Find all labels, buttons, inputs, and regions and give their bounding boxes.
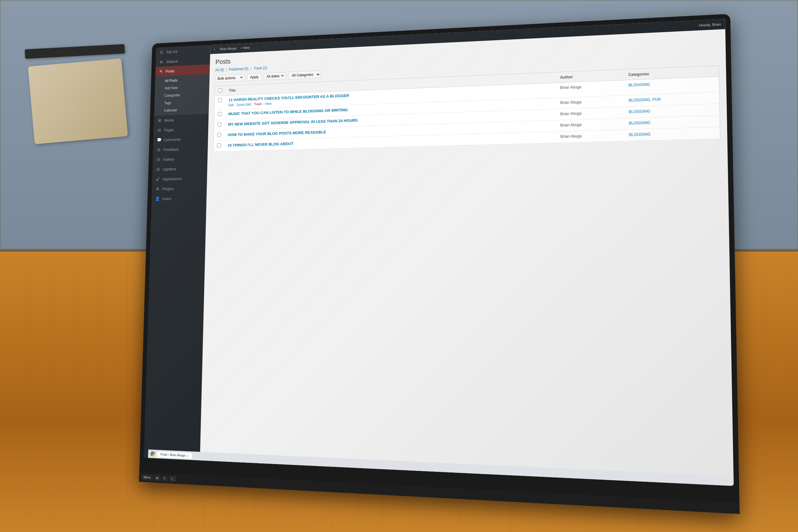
monitor-frame: G Site Kit ⊕ Jetpack ✎ Posts All Posts A…	[139, 14, 740, 514]
comments-icon: 💬	[156, 137, 162, 142]
sidebar-item-comments-label: Comments	[164, 137, 181, 142]
posts-icon: ✎	[159, 69, 164, 74]
sidebar-item-feedback[interactable]: ⊟ Feedback	[153, 144, 208, 155]
filter-all[interactable]: All (9)	[215, 68, 224, 72]
admin-bar-user[interactable]: Howdy, Brian	[699, 22, 721, 27]
row-author-cell: Brian Abuga	[556, 118, 625, 132]
site-kit-icon: G	[159, 50, 164, 55]
row-checkbox-2[interactable]	[217, 112, 222, 116]
users-icon: 👤	[155, 196, 160, 201]
wp-main-content: ⌂ Brian Abuga + New Howdy, Brian Posts A…	[200, 19, 734, 486]
filter-sep-2: |	[251, 66, 252, 71]
row-author-cell: Brian Abuga	[556, 80, 624, 98]
author-name-4: Brian Abuga	[560, 122, 582, 128]
row-author-cell: Brian Abuga	[556, 130, 625, 143]
admin-bar-new[interactable]: + New	[241, 46, 250, 50]
submenu-calendar[interactable]: Calendar	[154, 105, 209, 115]
sidebar-item-site-kit-label: Site Kit	[166, 49, 177, 54]
taskbar-files[interactable]: ≡	[162, 475, 168, 481]
author-name-3: Brian Abuga	[560, 111, 581, 116]
author-name-1: Brian Abuga	[560, 85, 581, 90]
admin-bar-site[interactable]: Brian Abuga	[220, 46, 236, 51]
row-checkbox-cell	[214, 120, 225, 131]
action-separator: |	[235, 103, 236, 107]
sidebar-item-jetpack-label: Jetpack	[166, 59, 178, 63]
sidebar-item-pages[interactable]: ⊟ Pages	[153, 124, 208, 135]
chrome-tab[interactable]: Posts ‹ Brian Abuga —	[157, 451, 192, 459]
author-name-5: Brian Abuga	[560, 134, 582, 139]
page-content: Posts All (9) | Published (9) | Trash (2…	[200, 29, 734, 486]
row-checkbox-1[interactable]	[218, 98, 222, 102]
category-badge-5[interactable]: BLOGGING	[629, 132, 650, 137]
appearance-icon: 🖌	[155, 176, 160, 182]
th-checkbox	[215, 86, 226, 96]
row-checkbox-4[interactable]	[217, 133, 221, 137]
category-badge-2[interactable]: BLOGGING, FUN	[628, 97, 661, 103]
filter-trash[interactable]: Trash (2)	[253, 66, 267, 71]
select-all-checkbox[interactable]	[218, 88, 222, 92]
bulk-actions-select[interactable]: Bulk actions Edit Move to Trash	[215, 74, 245, 82]
sidebar-item-posts-label: Posts	[166, 69, 174, 73]
sidebar-item-gallery-label: Gallery	[163, 157, 174, 162]
taskbar-terminal[interactable]: >_	[169, 476, 177, 482]
taskbar-start[interactable]: ⊞	[154, 475, 160, 481]
apply-button[interactable]: Apply	[247, 73, 262, 81]
filter-published[interactable]: Published (9)	[229, 67, 249, 72]
sidebar-item-appearance-label: Appearance	[163, 176, 182, 181]
screen: G Site Kit ⊕ Jetpack ✎ Posts All Posts A…	[144, 19, 734, 486]
category-badge-1[interactable]: BLOGGING	[628, 82, 650, 88]
bulk-actions-group: Bulk actions Edit Move to Trash	[215, 74, 245, 82]
action-separator: |	[252, 102, 253, 106]
row-checkbox-5[interactable]	[217, 144, 221, 147]
sidebar-item-comments[interactable]: 💬 Comments	[153, 134, 208, 145]
row-checkbox-3[interactable]	[217, 122, 222, 127]
filter-sep-1: |	[226, 68, 228, 72]
sidebar-item-media-label: Media	[164, 118, 174, 122]
sidebar-item-lightbox[interactable]: ⊟ Lightbox	[152, 163, 208, 174]
sidebar-item-plugins-label: Plugins	[162, 186, 174, 191]
row-checkbox-cell	[214, 109, 225, 120]
row-action-edit-1[interactable]: Edit	[228, 103, 234, 107]
desk-box	[28, 58, 128, 144]
row-action-quick-edit-1[interactable]: Quick Edit	[237, 102, 251, 107]
category-filter-select[interactable]: All Categories	[288, 71, 321, 79]
sidebar-item-plugins[interactable]: ⚙ Plugins	[152, 183, 207, 194]
date-filter-select[interactable]: All dates	[264, 72, 286, 80]
feedback-icon: ⊟	[156, 147, 161, 152]
row-action-view-1[interactable]: View	[265, 102, 272, 106]
pages-icon: ⊟	[157, 128, 162, 133]
sidebar-item-lightbox-label: Lightbox	[163, 167, 176, 171]
row-checkbox-cell	[213, 130, 225, 141]
admin-bar-wp[interactable]: ⌂	[213, 48, 215, 51]
media-icon: ⊞	[157, 118, 162, 123]
row-action-trash-1[interactable]: Trash	[254, 102, 262, 106]
jetpack-icon: ⊕	[159, 59, 164, 64]
posts-submenu: All Posts Add New Categories Tags Calend…	[154, 74, 209, 116]
gallery-icon: ⊟	[156, 157, 161, 162]
sidebar-item-users[interactable]: 👤 Users	[152, 193, 207, 204]
sidebar-item-appearance[interactable]: 🖌 Appearance	[152, 173, 207, 184]
category-badge-4[interactable]: BLOGGING	[629, 120, 650, 126]
sidebar-item-users-label: Users	[162, 196, 171, 201]
sidebar-item-gallery[interactable]: ⊟ Gallery	[153, 153, 208, 165]
taskbar-menu[interactable]: Menu	[141, 474, 153, 480]
sidebar-item-pages-label: Pages	[164, 128, 174, 132]
plugins-icon: ⚙	[155, 186, 160, 191]
row-categories-cell: BLOGGING	[625, 127, 720, 141]
author-name-2: Brian Abuga	[560, 100, 581, 105]
sidebar-item-feedback-label: Feedback	[163, 147, 179, 152]
row-checkbox-cell	[214, 95, 225, 110]
date-filter-group: All dates	[264, 72, 286, 80]
lightbox-icon: ⊟	[155, 167, 160, 172]
action-separator: |	[263, 102, 264, 105]
wp-sidebar: G Site Kit ⊕ Jetpack ✎ Posts All Posts A…	[144, 45, 210, 460]
row-checkbox-cell	[213, 141, 224, 152]
category-filter-group: All Categories	[288, 71, 321, 79]
category-badge-3[interactable]: BLOGGING	[629, 109, 650, 114]
chrome-logo-icon	[150, 451, 155, 456]
